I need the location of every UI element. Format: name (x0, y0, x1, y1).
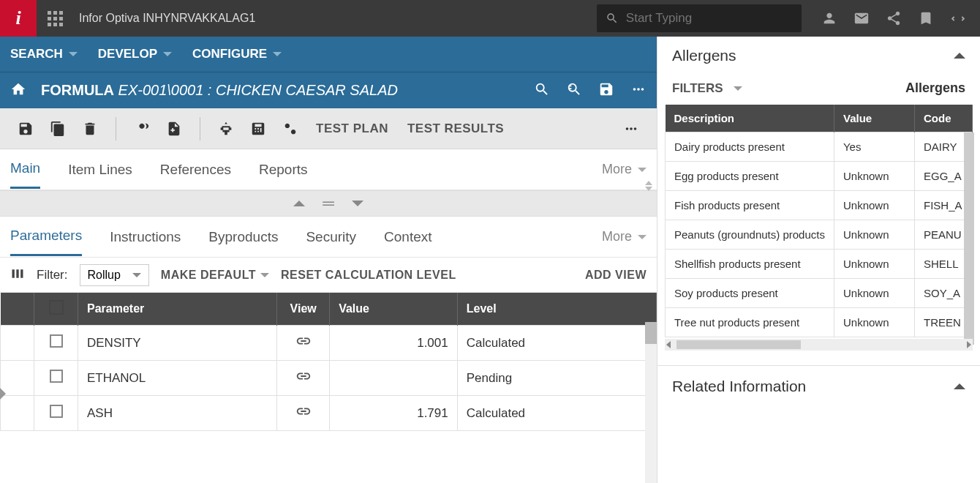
view-link-icon[interactable] (277, 326, 330, 361)
collapse-mid-icon[interactable]: ═ (323, 194, 334, 213)
table-row[interactable]: DENSITY 1.001 Calculated (1, 326, 657, 361)
tab-main[interactable]: Main (10, 150, 40, 189)
column-header-parameter[interactable]: Parameter (78, 293, 277, 326)
svg-point-5 (634, 127, 637, 130)
scroll-left-icon[interactable] (666, 341, 671, 348)
row-checkbox[interactable] (50, 405, 63, 418)
calculate-button[interactable] (246, 116, 271, 141)
overflow-icon[interactable] (630, 81, 647, 100)
more-actions-icon[interactable] (942, 10, 974, 26)
table-row[interactable]: ETHANOL Pending (1, 361, 657, 396)
expand-handle-icon[interactable] (0, 388, 6, 400)
allergen-value: Unknown (834, 308, 914, 337)
table-row[interactable]: Fish products present Unknown FISH_A (666, 191, 973, 220)
nav-develop[interactable]: DEVELOP (98, 47, 172, 61)
tab-byproducts[interactable]: Byproducts (208, 219, 278, 255)
scroll-down-icon[interactable] (645, 187, 652, 191)
tab-parameters[interactable]: Parameters (10, 217, 82, 256)
reset-calc-button[interactable]: RESET CALCULATION LEVEL (281, 269, 456, 282)
view-link-icon[interactable] (277, 396, 330, 431)
column-header-level[interactable]: Level (457, 293, 656, 326)
save-button[interactable] (13, 116, 38, 141)
select-all-checkbox[interactable] (49, 300, 64, 315)
search-input[interactable] (626, 11, 793, 26)
related-info-header[interactable]: Related Information (657, 365, 980, 407)
record-header: FORMULA EX-001\0001 : CHICKEN CAESAR SAL… (0, 72, 657, 108)
view-link-icon[interactable] (277, 361, 330, 396)
mail-icon[interactable] (845, 10, 878, 26)
save-icon[interactable] (598, 81, 614, 100)
tab-references[interactable]: References (160, 151, 231, 188)
side-panel: Allergens FILTERS Allergens Description … (657, 37, 980, 483)
vertical-scrollbar[interactable] (645, 322, 657, 483)
column-header-value[interactable]: Value (330, 293, 458, 326)
table-row[interactable]: Shellfish products present Unknown SHELL (666, 250, 973, 279)
bookmark-icon[interactable] (910, 10, 942, 26)
allergen-value: Yes (834, 132, 914, 162)
user-icon[interactable] (813, 10, 845, 26)
tab-reports[interactable]: Reports (259, 151, 308, 188)
tab-security[interactable]: Security (306, 219, 356, 255)
param-level: Calculated (457, 396, 656, 431)
table-row[interactable]: Soy products present Unknown SOY_A (666, 279, 973, 308)
make-default-button[interactable]: MAKE DEFAULT (161, 269, 269, 282)
add-view-button[interactable]: ADD VIEW (585, 269, 647, 282)
column-header-view[interactable]: View (277, 293, 330, 326)
scroll-up-icon[interactable] (645, 181, 652, 185)
param-name: ETHANOL (78, 361, 277, 396)
hierarchy-button[interactable] (214, 116, 238, 141)
row-checkbox[interactable] (50, 370, 63, 383)
test-results-button[interactable]: TEST RESULTS (402, 121, 510, 136)
table-row[interactable]: Tree nut products present Unknown TREEN (666, 308, 973, 337)
table-row[interactable]: ASH 1.791 Calculated (1, 396, 657, 431)
table-row[interactable]: Dairy products present Yes DAIRY (666, 132, 973, 162)
allergen-desc: Shellfish products present (666, 250, 834, 279)
tab-context[interactable]: Context (384, 219, 431, 255)
allergen-desc: Egg products present (666, 162, 834, 191)
filter-icon[interactable] (566, 81, 582, 100)
find-button[interactable] (129, 116, 154, 141)
delete-button[interactable] (78, 116, 102, 141)
new-button[interactable] (162, 116, 186, 141)
copy-button[interactable] (45, 116, 70, 141)
param-level: Calculated (457, 326, 656, 361)
columns-icon[interactable] (10, 266, 25, 284)
svg-point-2 (641, 88, 644, 91)
collapse-down-icon[interactable] (352, 201, 363, 206)
horizontal-scrollbar[interactable] (665, 339, 973, 351)
vertical-scrollbar[interactable] (964, 132, 974, 327)
toolbar-overflow-icon[interactable] (619, 116, 644, 141)
row-checkbox[interactable] (50, 334, 63, 348)
nav-search[interactable]: SEARCH (10, 47, 78, 61)
param-filter-row: Filter: Rollup MAKE DEFAULT RESET CALCUL… (0, 258, 657, 293)
column-header-expand[interactable] (1, 293, 34, 326)
app-launcher-icon[interactable] (37, 11, 73, 26)
column-header-description[interactable]: Description (666, 105, 834, 132)
allergens-panel-header[interactable]: Allergens (657, 37, 980, 75)
scroll-right-icon[interactable] (967, 341, 971, 348)
share-icon[interactable] (878, 10, 910, 26)
percent-button[interactable] (278, 116, 303, 141)
param-value: 1.791 (330, 396, 458, 431)
column-header-value[interactable]: Value (834, 105, 914, 132)
infor-logo[interactable]: i (0, 0, 37, 37)
filters-button[interactable]: FILTERS (672, 81, 742, 96)
tab-item-lines[interactable]: Item Lines (68, 151, 132, 188)
subtabs-more[interactable]: More (602, 229, 647, 244)
column-header-code[interactable]: Code (914, 105, 972, 132)
filter-select[interactable]: Rollup (80, 264, 149, 286)
svg-point-0 (633, 88, 636, 91)
column-header-select[interactable] (34, 293, 78, 326)
allergen-desc: Fish products present (666, 191, 834, 220)
tabs-more[interactable]: More (602, 162, 647, 177)
header-search-icon[interactable] (534, 81, 550, 100)
table-row[interactable]: Egg products present Unknown EGG_A (666, 162, 973, 191)
table-row[interactable]: Peanuts (groundnuts) products Unknown PE… (666, 220, 973, 250)
collapse-up-icon[interactable] (293, 201, 305, 206)
tab-instructions[interactable]: Instructions (110, 219, 181, 255)
nav-configure[interactable]: CONFIGURE (192, 47, 282, 61)
test-plan-button[interactable]: TEST PLAN (310, 121, 394, 136)
home-icon[interactable] (10, 81, 26, 100)
svg-point-4 (630, 127, 633, 130)
global-search[interactable] (597, 4, 802, 32)
